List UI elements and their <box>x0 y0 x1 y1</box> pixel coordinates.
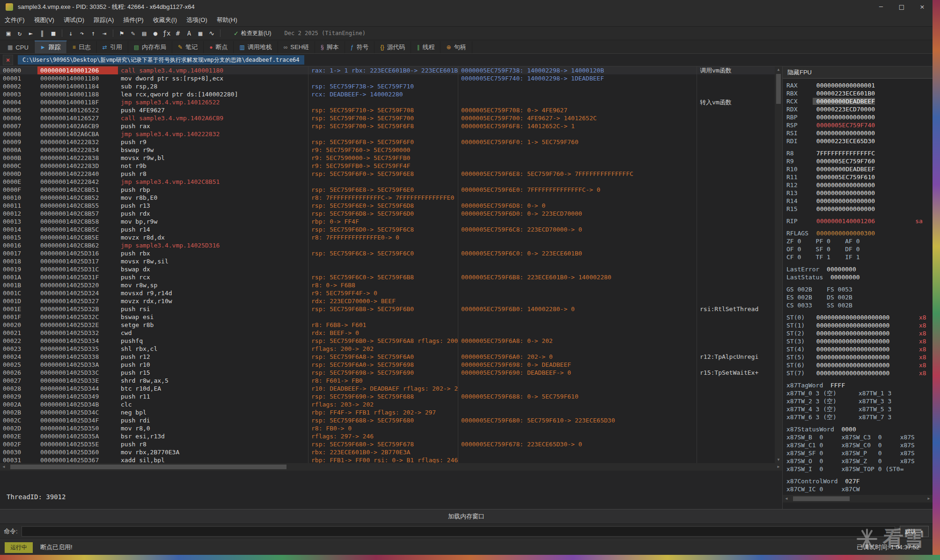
trace-row[interactable]: 00025 000000014025D33A push r10 rsp: 5EC… <box>0 361 775 369</box>
trace-row[interactable]: 0001B 000000014025D320 mov r8w,sp r8: 0-… <box>0 281 775 289</box>
register-line[interactable]: RBX 00000223ECE601B0 <box>783 89 933 97</box>
register-line[interactable] <box>783 213 933 217</box>
fx-icon[interactable]: ƒx <box>161 28 172 38</box>
tab-script[interactable]: § 脚本 <box>315 41 345 53</box>
trace-row[interactable]: 00005 0000000140126522 push 4FE9627 rsp:… <box>0 106 775 114</box>
tab-cpu[interactable]: ▦ CPU <box>2 41 35 53</box>
memory-icon[interactable]: ▦ <box>195 28 206 38</box>
trace-row[interactable]: 00004 000000014000118F jmp sample3.4.vmp… <box>0 98 775 106</box>
stop-icon[interactable]: ■ <box>48 28 59 38</box>
trace-row[interactable]: 00008 00000001402A6CBA jmp sample3.4.vmp… <box>0 130 775 138</box>
step-out-icon[interactable]: ↑ <box>88 28 99 38</box>
toolbar-icon[interactable] <box>113 29 113 37</box>
trace-row[interactable]: 0000C 000000014022283D not r9b r9: 5EC75… <box>0 162 775 170</box>
trace-row[interactable]: 0002D 000000014025D350 mov r8,0 r8: FB0-… <box>0 424 775 432</box>
register-line[interactable]: OF 0 SF 0 DF 0 <box>783 245 933 253</box>
register-line[interactable]: x87TagWord FFFF <box>783 381 933 389</box>
register-line[interactable]: R11 0000005EC759F610 <box>783 173 933 181</box>
execute-till-return-icon[interactable]: ⇥ <box>99 28 110 38</box>
trace-row[interactable]: 00011 00000001402C8B55 push r13 rsp: 5EC… <box>0 202 775 210</box>
register-line[interactable]: x87TW_6 3 (空) x87TW_7 3 <box>783 413 933 421</box>
trace-row[interactable]: 00027 000000014025D33E shrd r8w,ax,5 r8:… <box>0 377 775 385</box>
trace-file-path[interactable]: C:\Users\90965\Desktop\新vmp研究\记录下基于符号执行求… <box>18 55 304 65</box>
scroll-left-icon[interactable]: ◀ <box>783 495 790 502</box>
run-icon[interactable]: ► <box>25 28 37 38</box>
graph-icon[interactable]: ∿ <box>206 28 217 38</box>
trace-row[interactable]: 0002A 000000014025D34B clc rflags: 203->… <box>0 400 775 408</box>
register-line[interactable]: RCX 00000000DEADBEEF <box>783 97 933 105</box>
trace-hscroll-thumb[interactable] <box>10 465 286 469</box>
trace-row[interactable]: 00026 000000014025D33C push r15 rsp: 5EC… <box>0 369 775 377</box>
trace-row[interactable]: 00031 000000014025D367 xadd sil,bpl rbp:… <box>0 456 775 463</box>
tab-memory-map[interactable]: ▤ 内存布局 <box>128 41 172 53</box>
register-line[interactable]: x87StatusWord 0000 <box>783 425 933 433</box>
trace-row[interactable]: 0000F 00000001402C8B51 push rbp rsp: 5EC… <box>0 186 775 194</box>
trace-row[interactable]: 00012 00000001402C8B57 push rdx rsp: 5EC… <box>0 210 775 218</box>
trace-row[interactable]: 0002B 000000014025D34C neg bpl rbp: FF4F… <box>0 408 775 416</box>
trace-row[interactable]: 00023 000000014025D335 shl rbx,cl rflags… <box>0 345 775 353</box>
breakpoint-icon[interactable]: ● <box>150 28 161 38</box>
register-line[interactable]: R8 7FFFFFFFFFFFFFFC <box>783 149 933 157</box>
tab-symbols[interactable]: ƒ 符号 <box>345 41 375 53</box>
trace-row[interactable]: 00022 000000014025D334 pushfq rsp: 5EC75… <box>0 337 775 345</box>
register-line[interactable]: x87TW_2 3 (空) x87TW_3 3 <box>783 397 933 405</box>
menu-file[interactable]: 文件(F) <box>0 14 29 26</box>
register-line[interactable] <box>783 421 933 425</box>
tab-call-stack[interactable]: ▥ 调用堆栈 <box>234 41 278 53</box>
trace-row[interactable]: 0001F 000000014025D32C bswap esi <box>0 313 775 321</box>
register-line[interactable] <box>783 261 933 265</box>
trace-row[interactable]: 0001E 000000014025D32B push rsi rsp: 5EC… <box>0 305 775 313</box>
tab-source[interactable]: {} 源代码 <box>375 41 411 53</box>
register-line[interactable]: LastError 00000000 <box>783 265 933 273</box>
register-line[interactable]: RSP 0000005EC759F740 <box>783 121 933 129</box>
trace-row[interactable]: 00029 000000014025D349 push r11 rsp: 5EC… <box>0 393 775 400</box>
pencil-icon[interactable]: ✎ <box>127 28 139 38</box>
scroll-left-icon[interactable]: ◀ <box>0 463 7 471</box>
register-line[interactable]: CF 0 TF 1 IF 1 <box>783 253 933 261</box>
trace-row[interactable]: 00021 000000014025D332 cwd rdx: BEEF-> 0 <box>0 329 775 337</box>
menu-debug[interactable]: 调试(D) <box>59 14 89 26</box>
tab-log[interactable]: ≡ 日志 <box>67 41 97 53</box>
trace-row[interactable]: 0000D 0000000140222840 push r8 rsp: 5EC7… <box>0 170 775 178</box>
register-line[interactable]: R13 0000000000000000 <box>783 189 933 197</box>
pause-icon[interactable]: ∥ <box>37 28 48 38</box>
tab-breakpoints[interactable]: ● 断点 <box>204 41 234 53</box>
trace-row[interactable]: 0000B 0000000140222838 movsx r9w,bl r9: … <box>0 154 775 162</box>
trace-row[interactable]: 00017 000000014025D316 push rbx rsp: 5EC… <box>0 249 775 257</box>
register-line[interactable]: RDX 00000223ECD70000 <box>783 105 933 113</box>
register-line[interactable]: RFLAGS 0000000000000300 <box>783 229 933 237</box>
menu-favourites[interactable]: 收藏夹(I) <box>148 14 182 26</box>
trace-row[interactable]: 00010 00000001402C8B52 mov r8b,E0 r8: 7F… <box>0 194 775 202</box>
trace-row[interactable]: 00030 000000014025D360 mov rbx,2B770E3A … <box>0 448 775 456</box>
trace-row[interactable]: 00015 00000001402C8B5E movzx r8d,dx r8: … <box>0 233 775 241</box>
hide-fpu-button[interactable]: 隐藏FPU <box>783 66 933 79</box>
register-line[interactable] <box>783 281 933 285</box>
register-line[interactable] <box>783 473 933 477</box>
tab-seh[interactable]: ∞ SEH链 <box>278 41 315 53</box>
trace-row[interactable]: 00014 00000001402C8B5C push r14 rsp: 5EC… <box>0 225 775 233</box>
trace-row[interactable]: 00013 00000001402C8B58 mov bp,r9w rbp: 0… <box>0 218 775 225</box>
trace-row[interactable]: 00028 000000014025D344 btc r10d,EA r10: … <box>0 385 775 393</box>
register-line[interactable]: x87ControlWord 027F <box>783 477 933 485</box>
trace-row[interactable]: 00003 0000000140001188 lea rcx,qword ptr… <box>0 90 775 98</box>
tab-threads[interactable]: ∥ 线程 <box>411 41 441 53</box>
trace-row[interactable]: 0001D 000000014025D327 movzx rdx,r10w rd… <box>0 297 775 305</box>
notes-icon[interactable]: ▤ <box>139 28 150 38</box>
tab-handles[interactable]: ⊕ 句柄 <box>441 41 472 53</box>
trace-row[interactable]: 00000 0000000140001206 call sample3.4.vm… <box>0 66 775 74</box>
trace-row[interactable]: 0002F 000000014025D35E push r8 rsp: 5EC7… <box>0 440 775 448</box>
register-line[interactable] <box>783 225 933 229</box>
trace-row[interactable]: 0002E 000000014025D35A bsr esi,r13d rfla… <box>0 432 775 440</box>
scroll-right-icon[interactable]: ▶ <box>775 463 782 471</box>
restart-icon[interactable]: ↻ <box>14 28 25 38</box>
register-line[interactable]: ST(1) 00000000000000000000 x8 <box>783 321 933 329</box>
register-line[interactable]: RBP 0000000000000000 <box>783 113 933 121</box>
tab-trace[interactable]: ► 跟踪 <box>35 41 67 53</box>
trace-row[interactable]: 00016 00000001402C8B62 jmp sample3.4.vmp… <box>0 241 775 249</box>
register-line[interactable]: ST(7) 00000000000000000000 x8 <box>783 369 933 377</box>
register-line[interactable] <box>783 145 933 149</box>
menu-help[interactable]: 帮助(H) <box>212 14 242 26</box>
register-line[interactable]: GS 002B FS 0053 <box>783 285 933 293</box>
scroll-up-icon[interactable]: ▲ <box>775 66 782 73</box>
trace-row[interactable]: 0001A 000000014025D31F push rcx rsp: 5EC… <box>0 273 775 281</box>
